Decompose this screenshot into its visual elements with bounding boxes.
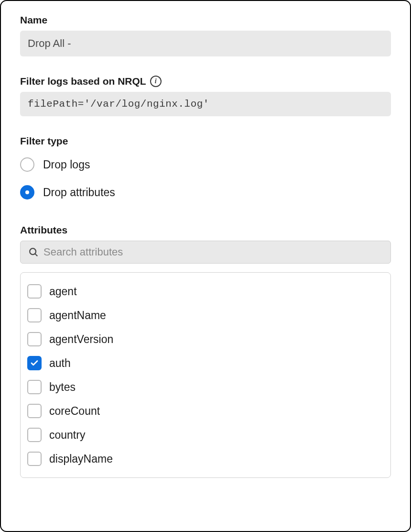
attribute-item-country[interactable]: country (27, 423, 384, 447)
checkbox-icon (27, 428, 42, 442)
attributes-search[interactable] (20, 241, 391, 264)
search-input[interactable] (43, 246, 383, 258)
radio-label: Drop logs (43, 158, 90, 171)
attributes-section: Attributes agent agentName agentVersion (20, 224, 391, 478)
name-label: Name (20, 14, 391, 26)
check-icon (30, 359, 39, 367)
checkbox-icon (27, 404, 42, 418)
name-field-group: Name (20, 14, 391, 56)
radio-circle-icon (20, 157, 34, 172)
nrql-label-text: Filter logs based on NRQL (20, 76, 146, 87)
drop-filter-form: Name Filter logs based on NRQL i Filter … (0, 0, 411, 532)
attribute-label: coreCount (49, 405, 100, 418)
attributes-listbox: agent agentName agentVersion auth (20, 272, 391, 478)
attribute-label: bytes (49, 381, 76, 394)
attribute-label: agent (49, 285, 77, 298)
search-icon (28, 247, 39, 257)
attribute-item-agent[interactable]: agent (27, 279, 384, 303)
checkbox-icon (27, 380, 42, 394)
attribute-label: agentVersion (49, 333, 113, 346)
attribute-label: auth (49, 357, 71, 370)
checkbox-icon (27, 332, 42, 346)
attribute-item-agentversion[interactable]: agentVersion (27, 327, 384, 351)
filter-type-label: Filter type (20, 135, 391, 147)
checkbox-icon (27, 308, 42, 322)
checkbox-icon (27, 284, 42, 299)
attributes-label: Attributes (20, 224, 391, 236)
svg-line-1 (35, 254, 37, 256)
attribute-item-auth[interactable]: auth (27, 351, 384, 375)
attribute-item-bytes[interactable]: bytes (27, 375, 384, 399)
attribute-item-corecount[interactable]: coreCount (27, 399, 384, 423)
filter-type-radio-group: Drop logs Drop attributes (20, 157, 391, 200)
nrql-input[interactable] (20, 92, 391, 116)
attribute-label: country (49, 429, 85, 442)
radio-drop-attributes[interactable]: Drop attributes (20, 185, 391, 200)
filter-type-section: Filter type Drop logs Drop attributes (20, 135, 391, 200)
svg-point-0 (30, 248, 36, 255)
info-icon[interactable]: i (150, 76, 162, 87)
attribute-label: agentName (49, 309, 106, 322)
checkbox-icon (27, 452, 42, 466)
attribute-item-displayname[interactable]: displayName (27, 447, 384, 471)
radio-drop-logs[interactable]: Drop logs (20, 157, 391, 172)
checkbox-icon (27, 356, 42, 370)
name-input[interactable] (20, 31, 391, 56)
attribute-item-agentname[interactable]: agentName (27, 303, 384, 327)
nrql-label: Filter logs based on NRQL i (20, 76, 391, 87)
nrql-field-group: Filter logs based on NRQL i (20, 76, 391, 116)
radio-circle-icon (20, 185, 34, 200)
radio-label: Drop attributes (43, 186, 115, 199)
attribute-label: displayName (49, 453, 113, 466)
